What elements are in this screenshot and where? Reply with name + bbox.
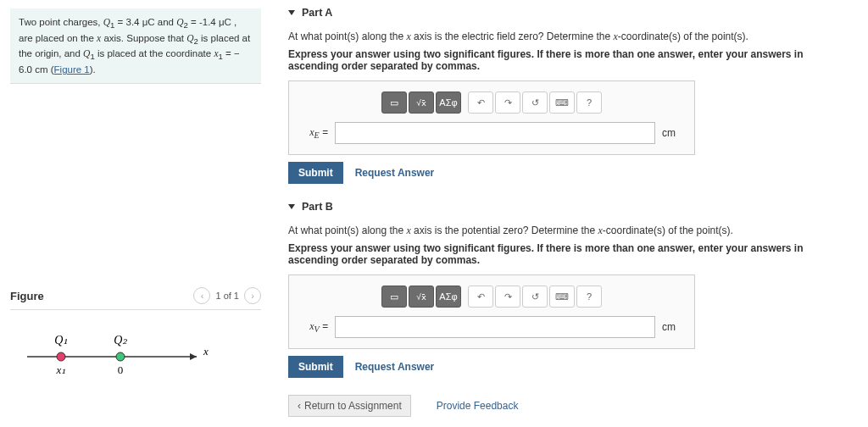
figure-prev-button[interactable]: ‹ [193,287,210,304]
undo-icon[interactable]: ↶ [468,286,493,308]
svg-text:x₁: x₁ [56,363,66,376]
provide-feedback-link[interactable]: Provide Feedback [437,400,519,412]
part-a-request-answer-link[interactable]: Request Answer [355,167,435,179]
part-b-title: Part B [302,201,333,213]
root-fraction-icon[interactable]: √x̄ [409,286,434,308]
svg-text:x: x [203,345,209,358]
figure-next-button[interactable]: › [244,287,261,304]
part-b-answer-input[interactable] [335,316,655,338]
figure-diagram: Q₁ Q₂ x₁ 0 x [10,327,261,389]
redo-icon[interactable]: ↷ [495,92,520,114]
svg-point-2 [57,352,65,361]
help-icon[interactable]: ? [576,92,602,114]
svg-text:0: 0 [118,363,124,376]
undo-icon[interactable]: ↶ [468,92,493,114]
part-b-unit: cm [662,321,682,333]
part-a-header[interactable]: Part A [288,7,851,19]
part-a-var-label: xE = [301,126,328,140]
part-b-question: At what point(s) along the x axis is the… [288,225,851,237]
part-a-question: At what point(s) along the x axis is the… [288,30,851,43]
part-b-header[interactable]: Part B [288,201,851,213]
greek-icon[interactable]: ΑΣφ [436,286,461,308]
problem-statement: Two point charges, Q1 = 3.4 μC and Q2 = … [10,8,261,84]
part-a-unit: cm [662,127,682,139]
svg-point-3 [116,352,125,361]
part-a-submit-button[interactable]: Submit [288,162,343,184]
svg-text:Q₁: Q₁ [54,334,68,347]
reset-icon[interactable]: ↺ [522,92,548,114]
part-b-request-answer-link[interactable]: Request Answer [355,361,435,373]
part-b-var-label: xV = [301,320,328,334]
part-a-instruction: Express your answer using two significan… [288,48,851,72]
keyboard-icon[interactable]: ⌨ [549,92,575,114]
figure-pager-text: 1 of 1 [215,291,239,301]
return-to-assignment-button[interactable]: ‹ Return to Assignment [288,395,411,417]
part-a-answer-box: ▭ √x̄ ΑΣφ ↶ ↷ ↺ ⌨ ? xE = cm [288,80,695,155]
chevron-left-icon: ‹ [298,400,301,412]
reset-icon[interactable]: ↺ [522,286,548,308]
part-b-submit-button[interactable]: Submit [288,356,343,378]
part-b-answer-box: ▭ √x̄ ΑΣφ ↶ ↷ ↺ ⌨ ? xV = cm [288,274,695,349]
help-icon[interactable]: ? [576,286,602,308]
chevron-down-icon [288,204,295,209]
greek-icon[interactable]: ΑΣφ [436,92,461,114]
figure-title: Figure [10,290,44,302]
svg-marker-1 [190,353,197,360]
keyboard-icon[interactable]: ⌨ [549,286,575,308]
chevron-down-icon [288,10,295,15]
redo-icon[interactable]: ↷ [495,286,520,308]
svg-text:Q₂: Q₂ [114,334,127,347]
part-a-answer-input[interactable] [335,122,655,144]
template-icon[interactable]: ▭ [381,92,407,114]
part-b-instruction: Express your answer using two significan… [288,242,851,266]
part-a-title: Part A [302,7,332,19]
root-fraction-icon[interactable]: √x̄ [409,92,434,114]
template-icon[interactable]: ▭ [381,286,407,308]
